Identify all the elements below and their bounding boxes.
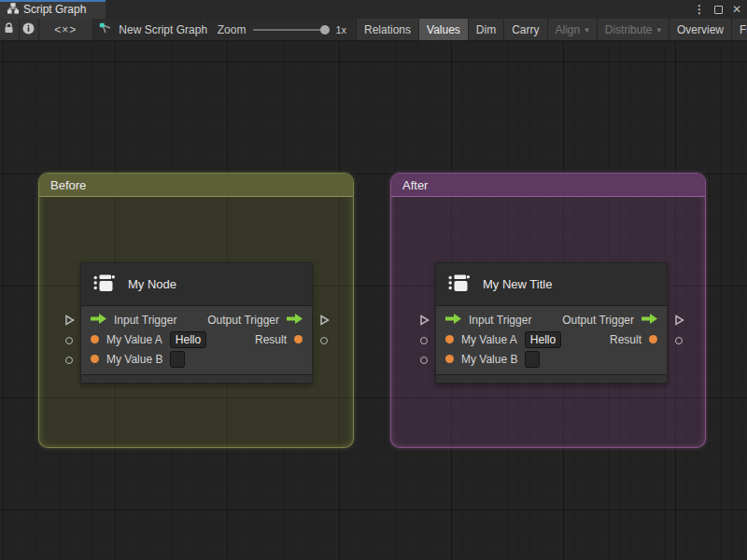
graph-toolbar: <×> New Script Graph Zoom 1x Relations V… <box>0 19 747 41</box>
new-script-graph-button[interactable]: New Script Graph <box>100 19 208 40</box>
flow-arrow-icon <box>445 314 461 327</box>
group-before-title: Before <box>50 178 86 192</box>
value-input-port-a[interactable] <box>63 335 75 346</box>
tab-bar: Script Graph ⋮ ✕ <box>0 0 747 19</box>
port-row-value-b: My Value B <box>81 349 312 369</box>
maximize-icon[interactable] <box>714 6 723 14</box>
align-label: Align <box>556 23 581 36</box>
port-row-triggers: Input Trigger Output Trigger <box>436 310 667 329</box>
value-a-label: My Value A <box>461 333 517 346</box>
input-trigger-label: Input Trigger <box>114 314 176 327</box>
lock-button[interactable] <box>0 19 20 40</box>
value-b-label: My Value B <box>461 353 517 366</box>
distribute-label: Distribute <box>605 23 653 36</box>
unit-icon <box>92 271 117 299</box>
node-title: My Node <box>128 277 176 291</box>
port-row-triggers: Input Trigger Output Trigger <box>81 310 312 329</box>
distribute-dropdown[interactable]: Distribute ▾ <box>598 19 669 40</box>
node-header[interactable]: My Node <box>81 263 312 306</box>
value-dot-icon <box>445 355 454 363</box>
flow-output-port[interactable] <box>673 315 684 326</box>
code-view-toggle[interactable]: <×> <box>39 19 94 40</box>
flow-input-port[interactable] <box>63 315 75 326</box>
zoom-control: Zoom 1x <box>208 19 357 40</box>
fullscreen-button[interactable]: Full Scr <box>732 19 747 40</box>
flow-arrow-icon <box>287 314 303 327</box>
kebab-menu-icon[interactable]: ⋮ <box>694 4 705 15</box>
zoom-value: 1x <box>335 24 346 35</box>
input-trigger-label: Input Trigger <box>469 314 531 327</box>
values-button[interactable]: Values <box>419 19 469 40</box>
relations-button[interactable]: Relations <box>357 19 419 40</box>
value-dot-icon <box>445 335 454 343</box>
value-a-input[interactable]: Hello <box>525 331 561 348</box>
group-after-title: After <box>402 178 428 192</box>
value-input-port-b[interactable] <box>63 355 75 366</box>
zoom-label: Zoom <box>218 23 247 36</box>
node-title: My New Title <box>483 277 552 291</box>
info-button[interactable] <box>20 19 39 40</box>
close-icon[interactable]: ✕ <box>732 4 741 15</box>
value-input-port-b[interactable] <box>418 355 430 366</box>
chevron-down-icon: ▾ <box>585 25 589 35</box>
value-output-port[interactable] <box>318 335 330 346</box>
flow-output-port[interactable] <box>318 315 330 326</box>
align-dropdown[interactable]: Align ▾ <box>548 19 598 40</box>
dim-button[interactable]: Dim <box>469 19 504 40</box>
port-row-value-a: My Value A Hello Result <box>436 329 667 349</box>
tab-script-graph[interactable]: Script Graph <box>0 0 106 19</box>
value-a-label: My Value A <box>106 333 162 346</box>
flow-arrow-icon <box>641 314 657 327</box>
zoom-slider-handle[interactable] <box>320 25 330 35</box>
node-footer <box>436 374 667 383</box>
value-b-input[interactable] <box>170 351 185 368</box>
result-label: Result <box>610 333 641 346</box>
node-body: Input Trigger Output Trigger My Value A … <box>436 306 667 369</box>
port-row-value-a: My Value A Hello Result <box>81 329 312 349</box>
node-header[interactable]: My New Title <box>436 263 667 306</box>
new-script-graph-label: New Script Graph <box>119 23 207 36</box>
carry-button[interactable]: Carry <box>504 19 547 40</box>
value-input-port-a[interactable] <box>418 335 430 346</box>
group-before-header[interactable]: Before <box>39 174 353 197</box>
output-trigger-label: Output Trigger <box>562 314 634 327</box>
chevron-down-icon: ▾ <box>656 25 661 35</box>
graph-asset-icon <box>99 22 112 37</box>
graph-canvas[interactable]: Before After My Node <box>0 41 747 560</box>
port-row-value-b: My Value B <box>436 349 667 369</box>
value-dot-icon <box>91 335 99 343</box>
value-dot-icon <box>294 335 303 343</box>
group-after-header[interactable]: After <box>391 174 705 197</box>
flow-input-port[interactable] <box>418 315 430 326</box>
output-trigger-label: Output Trigger <box>207 314 279 327</box>
tab-label: Script Graph <box>23 3 86 16</box>
window-controls: ⋮ ✕ <box>694 0 747 19</box>
zoom-slider[interactable] <box>253 29 328 31</box>
lock-icon <box>4 22 14 36</box>
value-output-port[interactable] <box>673 335 684 346</box>
value-a-input[interactable]: Hello <box>170 331 206 348</box>
overview-button[interactable]: Overview <box>669 19 732 40</box>
script-graph-window: Script Graph ⋮ ✕ <×> New Script Gra <box>0 0 747 560</box>
node-body: Input Trigger Output Trigger My Value A … <box>81 306 312 369</box>
result-label: Result <box>255 333 287 346</box>
script-graph-icon <box>7 1 19 18</box>
node-footer <box>81 374 312 383</box>
value-dot-icon <box>649 335 657 343</box>
value-b-label: My Value B <box>106 353 162 366</box>
active-tab-indicator <box>0 0 106 2</box>
info-icon <box>22 22 35 37</box>
value-dot-icon <box>91 355 99 363</box>
node-my-new-title[interactable]: My New Title Input Trigger Output Trigge… <box>435 262 668 384</box>
unit-icon <box>447 271 472 299</box>
node-my-node[interactable]: My Node Input Trigger Output Trigger <box>80 262 313 384</box>
flow-arrow-icon <box>91 314 106 327</box>
code-view-icon: <×> <box>54 23 77 36</box>
value-b-input[interactable] <box>525 351 540 368</box>
